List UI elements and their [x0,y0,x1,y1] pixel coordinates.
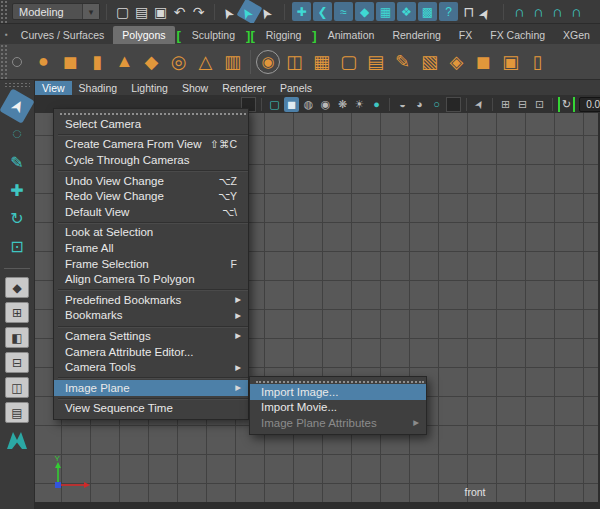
cursor-icon[interactable]: ➤ [475,0,501,24]
magnet-point-icon[interactable]: ∩ [548,2,567,21]
shelf-icons-drag-handle[interactable] [0,44,7,79]
submenu-tearoff[interactable] [250,377,426,384]
smooth-icon[interactable]: ◉ [256,50,280,74]
ambient-occlusion-icon[interactable]: ◕ [412,97,427,112]
refresh-bracket-icon[interactable]: ↻ [558,97,575,112]
poly-pyramid-icon[interactable]: △ [193,49,218,75]
panel-menu-show[interactable]: Show [175,81,215,95]
layout-four-view[interactable]: ⊞ [5,302,29,323]
extrude-icon[interactable]: ▧ [417,49,442,75]
chevron-down-icon[interactable]: ▾ [82,4,99,19]
tab-rendering[interactable]: Rendering [383,26,449,44]
snap-grid-icon[interactable]: ✚ [292,2,311,21]
snap-view-icon[interactable]: ▦ [376,2,395,21]
wireframe-cube-icon[interactable]: ▢ [336,49,361,75]
tab-xgen[interactable]: XGen [554,26,599,44]
subdivide-icon[interactable]: ▦ [309,49,334,75]
frame-value-field[interactable]: 0.00 [579,97,600,112]
use-all-lights-icon[interactable]: ☀ [352,97,367,112]
poly-cube-icon[interactable]: ◼ [58,49,83,75]
poly-sphere-icon[interactable]: ● [31,49,56,75]
lasso-tool[interactable]: ◌ [4,121,30,147]
shelf-options-icon[interactable]: ▪ [5,28,8,40]
view-menu-tearoff[interactable] [54,109,248,116]
menu-item-default-view[interactable]: Default View ⌥\ [54,204,248,220]
wireframe-mode-icon[interactable]: ▢ [267,97,282,112]
magnet-curve-icon[interactable]: ∩ [529,2,548,21]
menu-item-frame-all[interactable]: Frame All [54,240,248,256]
menu-item-bookmarks[interactable]: Bookmarks ▶ [54,308,248,324]
layout-outliner-persp[interactable]: ◧ [5,327,29,348]
rotate-tool[interactable]: ↻ [4,205,30,231]
menu-item-camera-attribute-editor[interactable]: Camera Attribute Editor... [54,344,248,360]
toolbox-drag-handle[interactable] [4,82,30,88]
menu-item-import-movie[interactable]: Import Movie... [250,400,426,416]
menu-item-undo-view-change[interactable]: Undo View Change ⌥Z [54,173,248,189]
menu-item-view-sequence-time[interactable]: View Sequence Time [54,401,248,417]
undo-icon[interactable]: ↶ [170,2,189,21]
layout-persp-graph[interactable]: ⊟ [5,352,29,373]
snap-curve-icon[interactable]: ❮ [313,2,332,21]
create-curve-icon[interactable]: ✎ [390,49,415,75]
panel-menu-shading[interactable]: Shading [72,81,125,95]
menu-item-frame-selection[interactable]: Frame Selection F [54,256,248,272]
default-material-icon[interactable]: ● [369,97,384,112]
snap-help-icon[interactable]: ? [439,2,458,21]
tab-animation[interactable]: Animation [319,26,384,44]
paint-select-tool[interactable]: ✎ [4,149,30,175]
layout-hypershade-persp[interactable]: ◫ [5,377,29,398]
tab-curves-surfaces[interactable]: Curves / Surfaces [12,26,113,44]
poly-plane-icon[interactable]: ◆ [139,49,164,75]
layout-single-pane[interactable]: ◆ [5,277,29,298]
redo-icon[interactable]: ↷ [189,2,208,21]
panel-menu-view[interactable]: View [35,81,72,95]
isolate-select-icon[interactable]: ➤ [469,95,489,113]
tab-polygons[interactable]: Polygons [113,26,174,44]
combine-icon[interactable]: ◼ [471,49,496,75]
new-scene-icon[interactable]: ▢ [113,2,132,21]
menu-item-import-image[interactable]: Import Image... [250,384,426,400]
poly-pipe-icon[interactable]: ▥ [220,49,245,75]
panel-menu-renderer[interactable]: Renderer [215,81,273,95]
shelf-item-menu-icon[interactable] [12,57,22,67]
menu-item-image-plane[interactable]: Image Plane ▶ [54,380,248,396]
magnet-grid-icon[interactable]: ∩ [510,2,529,21]
menu-item-create-camera-from-view[interactable]: Create Camera From View ⇧⌘C [54,137,248,153]
snap-render-icon[interactable]: ▩ [418,2,437,21]
menu-set-selector[interactable]: Modeling ▾ [12,3,100,20]
poly-torus-icon[interactable]: ◎ [166,49,191,75]
textured-mode-icon[interactable]: ◍ [301,97,316,112]
snap-plane-icon[interactable]: ◆ [355,2,374,21]
snap-center-icon[interactable]: ❖ [397,2,416,21]
anti-alias-icon[interactable]: ○ [429,97,444,112]
scale-tool[interactable]: ⊡ [4,233,30,259]
menu-item-camera-tools[interactable]: Camera Tools ▶ [54,359,248,375]
tearoff-panel-icon[interactable]: ⊞ [498,97,513,112]
tab-sculpting[interactable]: Sculpting [183,26,244,44]
poly-cone-icon[interactable]: ▲ [112,49,137,75]
image-panel-icon[interactable]: ⊡ [532,97,547,112]
menu-item-align-camera-to-polygon[interactable]: Align Camera To Polygon [54,271,248,287]
toolbar-drag-handle[interactable] [0,0,7,23]
tab-fx[interactable]: FX [450,26,481,44]
shaded-mode-icon[interactable]: ◼ [284,97,299,112]
menu-item-redo-view-change[interactable]: Redo View Change ⌥Y [54,188,248,204]
edge-loop-icon[interactable]: ▣ [498,49,523,75]
select-tool[interactable]: ➤ [0,88,35,124]
save-scene-icon[interactable]: ▣ [151,2,170,21]
menu-item-look-at-selection[interactable]: Look at Selection [54,225,248,241]
magnet-plane-icon[interactable]: ∩ [567,2,586,21]
tab-rigging[interactable]: Rigging [257,26,311,44]
snap-point-icon[interactable]: ≈ [334,2,353,21]
poly-cylinder-icon[interactable]: ▮ [85,49,110,75]
wire-on-shaded-icon[interactable]: ❋ [335,97,350,112]
shaded-textured-icon[interactable]: ◉ [318,97,333,112]
mirror-icon[interactable]: ◫ [282,49,307,75]
insert-edge-icon[interactable]: ▯ [525,49,550,75]
tab-fx-caching[interactable]: FX Caching [481,26,554,44]
menu-item-predefined-bookmarks[interactable]: Predefined Bookmarks ▶ [54,292,248,308]
shadows-icon[interactable]: ◒ [395,97,410,112]
multi-plane-icon[interactable]: ◈ [444,49,469,75]
menu-item-select-camera[interactable]: Select Camera [54,116,248,132]
background-swatch-icon[interactable]: ▩ [446,97,461,112]
